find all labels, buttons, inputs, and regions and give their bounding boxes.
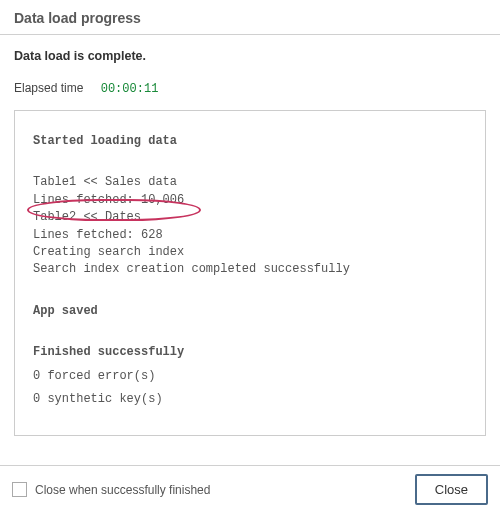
checkbox-label: Close when successfully finished (35, 483, 210, 497)
elapsed-time-value: 00:00:11 (101, 82, 159, 96)
log-synthetic-keys: 0 synthetic key(s) (33, 391, 467, 408)
close-button[interactable]: Close (415, 474, 488, 505)
log-line: Search index creation completed successf… (33, 261, 467, 278)
log-line: Lines fetched: 628 (33, 227, 467, 244)
status-message: Data load is complete. (0, 35, 500, 63)
load-log: Started loading data Table1 << Sales dat… (14, 110, 486, 436)
log-started-heading: Started loading data (33, 133, 467, 150)
log-line: Creating search index (33, 244, 467, 261)
log-line: Table2 << Dates (33, 209, 467, 226)
elapsed-time-row: Elapsed time 00:00:11 (0, 63, 500, 110)
checkbox-icon[interactable] (12, 482, 27, 497)
log-app-saved-heading: App saved (33, 303, 467, 320)
log-line-highlighted: Lines fetched: 10,006 (33, 192, 467, 209)
dialog-title: Data load progress (14, 10, 486, 26)
log-line: Table1 << Sales data (33, 174, 467, 191)
dialog-header: Data load progress (0, 0, 500, 35)
elapsed-time-label: Elapsed time (14, 81, 83, 95)
close-when-finished-option[interactable]: Close when successfully finished (12, 482, 210, 497)
dialog-footer: Close when successfully finished Close (0, 465, 500, 513)
log-forced-errors: 0 forced error(s) (33, 368, 467, 385)
log-finished-heading: Finished successfully (33, 344, 467, 361)
